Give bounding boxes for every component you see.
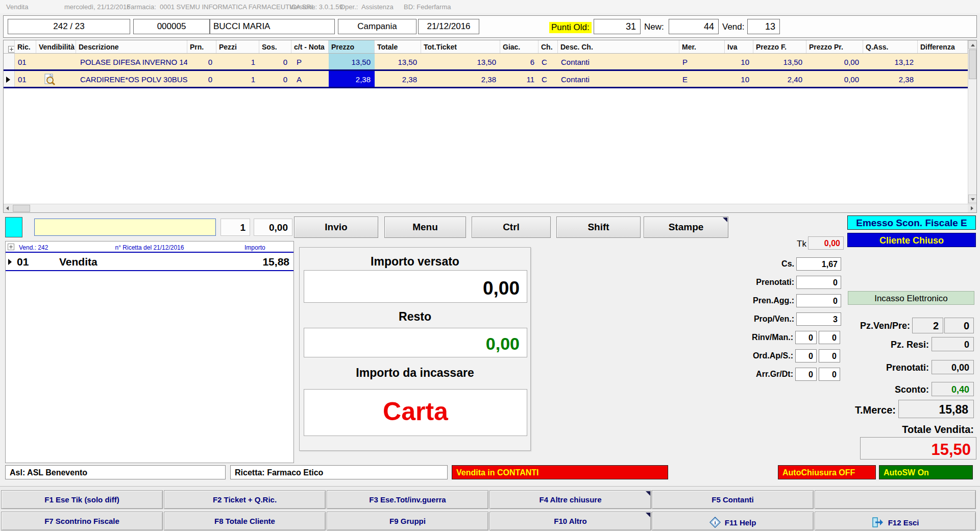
ctrl-button[interactable]: Ctrl <box>472 216 551 238</box>
region-field[interactable]: Campania <box>338 19 416 34</box>
pren-agg-value[interactable]: 0 <box>796 294 841 307</box>
col-tot-ticket[interactable]: Tot.Ticket <box>421 40 500 53</box>
cell-vendibilita <box>36 71 76 87</box>
col-q-ass[interactable]: Q.Ass. <box>863 40 918 53</box>
scroll-down-button[interactable] <box>968 195 977 203</box>
cell-prezzo[interactable]: 13,50 <box>329 54 375 69</box>
col-prezzo-f[interactable]: Prezzo F. <box>753 40 806 53</box>
ord-ap-value-1[interactable]: 0 <box>795 349 817 363</box>
invio-button[interactable]: Invio <box>294 216 378 238</box>
cs-label: Cs. <box>718 259 794 269</box>
customer-code-field[interactable]: 000005 <box>133 19 210 34</box>
table-row-selected[interactable]: 01 CARDIRENE*OS POLV 30BUST 0 1 <box>4 71 968 88</box>
ord-ap-value-2[interactable]: 0 <box>819 349 840 363</box>
scroll-up-button[interactable] <box>968 40 977 49</box>
cell-giac: 11 <box>500 71 538 87</box>
cell-ct-nota: A <box>291 71 329 87</box>
arr-gr-value-2[interactable]: 0 <box>819 368 840 381</box>
rinv-man-value-2[interactable]: 0 <box>819 331 840 344</box>
cell-ric: 01 <box>15 71 36 87</box>
col-vendibilita[interactable]: Vendibilità <box>36 40 76 53</box>
f6-button-empty[interactable] <box>815 490 976 509</box>
cell-prezzo-selected[interactable]: 2,38 <box>329 71 375 87</box>
row-gutter <box>4 54 15 69</box>
col-differenza[interactable]: Differenza <box>918 40 968 53</box>
cell-ct-nota: P <box>291 54 329 69</box>
sale-list-row[interactable]: 01 Vendita 15,88 <box>6 253 293 271</box>
amount-field[interactable]: 0,00 <box>254 219 292 236</box>
col-totale[interactable]: Totale <box>375 40 421 53</box>
vertical-scrollbar[interactable] <box>968 40 976 204</box>
ord-ap-label: Ord.Ap/S.: <box>717 351 793 360</box>
sale-number-field[interactable]: 242 / 23 <box>8 19 130 34</box>
col-prn[interactable]: Prn. <box>187 40 216 53</box>
scroll-left-button[interactable] <box>4 204 12 212</box>
f5-button[interactable]: F5 Contanti <box>652 490 814 509</box>
col-iva[interactable]: Iva <box>725 40 753 53</box>
col-descrizione[interactable]: Descrizione <box>76 40 187 53</box>
col-giac[interactable]: Giac. <box>500 40 538 53</box>
preview-document-icon[interactable] <box>43 79 57 87</box>
cs-value[interactable]: 1,67 <box>796 257 841 271</box>
sale-list-col-importo: Importo <box>244 244 265 251</box>
col-ct-nota[interactable]: c/t - Nota <box>291 40 329 53</box>
horizontal-scrollbar[interactable] <box>4 204 976 212</box>
vend-value[interactable]: 13 <box>747 19 780 34</box>
product-code-input[interactable] <box>34 219 216 236</box>
f4-button[interactable]: F4 Altre chiusure <box>489 490 651 509</box>
emesso-scontrino-badge: Emesso Scon. Fiscale E <box>847 215 976 230</box>
col-sos[interactable]: Sos. <box>259 40 291 53</box>
f7-button[interactable]: F7 Scontrino Fiscale <box>1 512 163 530</box>
cell-ch: C <box>538 71 558 87</box>
customer-name-field[interactable]: BUCCI MARIA <box>210 19 335 34</box>
autosw-toggle[interactable]: AutoSW On <box>879 465 973 479</box>
resto-field: 0,00 <box>304 328 527 357</box>
submenu-corner-icon <box>646 513 650 517</box>
f1-button[interactable]: F1 Ese Tik (solo diff) <box>1 490 163 509</box>
menu-button[interactable]: Menu <box>384 216 466 238</box>
f9-button[interactable]: F9 Gruppi <box>327 512 488 530</box>
col-pezzi[interactable]: Pezzi <box>216 40 259 53</box>
rinv-man-value-1[interactable]: 0 <box>795 331 817 344</box>
col-ric[interactable]: Ric. <box>15 40 36 53</box>
col-mer[interactable]: Mer. <box>679 40 725 53</box>
prenotati-label: Prenotati: <box>718 278 794 287</box>
f11-button[interactable]: i F11 Help <box>652 512 814 530</box>
table-row[interactable]: 01 POLASE DIFESA INVERNO 14B 0 1 0 P 13,… <box>4 54 968 71</box>
titlebar-versione: Versione: 3.0.1.59 <box>289 3 343 11</box>
payment-panel: Importo versato 0,00 Resto 0,00 Importo … <box>299 247 531 451</box>
importo-versato-field[interactable]: 0,00 <box>304 270 527 303</box>
cell-differenza <box>918 71 968 87</box>
rinv-man-label: Rinv/Man.: <box>717 333 793 342</box>
expand-all-icon[interactable] <box>8 46 15 53</box>
horizontal-scroll-thumb[interactable] <box>13 205 30 212</box>
f2-button[interactable]: F2 Ticket + Q.Ric. <box>164 490 326 509</box>
arr-gr-value-1[interactable]: 0 <box>795 368 817 381</box>
cell-differenza <box>918 54 968 69</box>
quantity-field[interactable]: 1 <box>220 219 250 236</box>
f8-button[interactable]: F8 Totale Cliente <box>164 512 326 530</box>
scroll-right-button[interactable] <box>968 204 976 212</box>
autochiusura-toggle[interactable]: AutoChiusura OFF <box>778 465 876 479</box>
selected-row-arrow-icon <box>8 259 12 265</box>
f10-button[interactable]: F10 Altro <box>489 512 651 530</box>
f3-button[interactable]: F3 Ese.Tot/inv.guerra <box>327 490 488 509</box>
punti-new-value[interactable]: 44 <box>669 19 719 34</box>
prenotati-value[interactable]: 0 <box>796 276 841 289</box>
punti-old-value[interactable]: 31 <box>594 19 641 34</box>
f12-button[interactable]: F12 Esci <box>815 512 976 530</box>
table-corner-cell[interactable] <box>4 40 15 53</box>
vertical-scroll-thumb[interactable] <box>969 50 976 79</box>
col-prezzo-pr[interactable]: Prezzo Pr. <box>806 40 863 53</box>
date-field[interactable]: 21/12/2016 <box>418 19 479 34</box>
t-merce-label: T.Merce: <box>820 404 896 416</box>
stampe-button[interactable]: Stampe <box>644 216 728 238</box>
cell-descrizione: POLASE DIFESA INVERNO 14B <box>76 54 187 69</box>
incasso-elettronico-button[interactable]: Incasso Elettronico <box>848 291 974 305</box>
col-desc-ch[interactable]: Desc. Ch. <box>558 40 679 53</box>
arrow-up-icon <box>971 44 975 46</box>
col-ch[interactable]: Ch. <box>538 40 558 53</box>
products-table: Ric. Vendibilità Descrizione Prn. Pezzi … <box>3 40 977 213</box>
shift-button[interactable]: Shift <box>556 216 641 238</box>
col-prezzo[interactable]: Prezzo <box>329 40 375 53</box>
